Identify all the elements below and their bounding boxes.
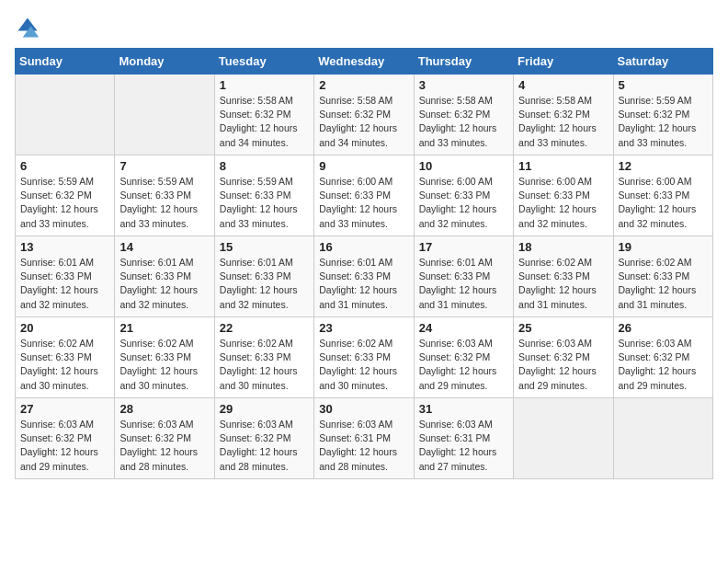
calendar-cell bbox=[514, 398, 613, 479]
calendar-cell: 4Sunrise: 5:58 AM Sunset: 6:32 PM Daylig… bbox=[514, 75, 613, 155]
day-info: Sunrise: 6:03 AM Sunset: 6:32 PM Dayligh… bbox=[619, 337, 708, 393]
calendar-cell: 9Sunrise: 6:00 AM Sunset: 6:33 PM Daylig… bbox=[314, 155, 414, 236]
day-info: Sunrise: 6:03 AM Sunset: 6:32 PM Dayligh… bbox=[220, 418, 309, 474]
day-number: 12 bbox=[619, 159, 708, 173]
day-number: 16 bbox=[319, 240, 408, 254]
calendar-cell: 15Sunrise: 6:01 AM Sunset: 6:33 PM Dayli… bbox=[214, 236, 313, 317]
day-info: Sunrise: 6:03 AM Sunset: 6:31 PM Dayligh… bbox=[419, 418, 508, 474]
calendar-cell: 3Sunrise: 5:58 AM Sunset: 6:32 PM Daylig… bbox=[414, 75, 513, 155]
day-info: Sunrise: 6:01 AM Sunset: 6:33 PM Dayligh… bbox=[20, 256, 109, 312]
day-number: 27 bbox=[20, 402, 109, 416]
weekday-header-wednesday: Wednesday bbox=[314, 49, 414, 75]
calendar-cell: 25Sunrise: 6:03 AM Sunset: 6:32 PM Dayli… bbox=[514, 317, 613, 398]
calendar-cell: 26Sunrise: 6:03 AM Sunset: 6:32 PM Dayli… bbox=[613, 317, 712, 398]
weekday-header-tuesday: Tuesday bbox=[214, 49, 313, 75]
calendar-cell: 24Sunrise: 6:03 AM Sunset: 6:32 PM Dayli… bbox=[414, 317, 513, 398]
calendar-cell: 12Sunrise: 6:00 AM Sunset: 6:33 PM Dayli… bbox=[613, 155, 712, 236]
day-info: Sunrise: 6:01 AM Sunset: 6:33 PM Dayligh… bbox=[419, 256, 508, 312]
day-number: 2 bbox=[319, 78, 408, 92]
day-number: 30 bbox=[319, 402, 408, 416]
day-number: 28 bbox=[119, 402, 209, 416]
weekday-header-friday: Friday bbox=[514, 49, 613, 75]
day-number: 9 bbox=[319, 159, 408, 173]
day-info: Sunrise: 5:59 AM Sunset: 6:32 PM Dayligh… bbox=[619, 94, 708, 150]
day-number: 10 bbox=[419, 159, 508, 173]
calendar-cell: 7Sunrise: 5:59 AM Sunset: 6:33 PM Daylig… bbox=[115, 155, 214, 236]
day-number: 14 bbox=[119, 240, 209, 254]
day-number: 29 bbox=[220, 402, 309, 416]
day-info: Sunrise: 6:01 AM Sunset: 6:33 PM Dayligh… bbox=[220, 256, 309, 312]
day-number: 19 bbox=[619, 240, 708, 254]
day-number: 5 bbox=[619, 78, 708, 92]
day-info: Sunrise: 6:02 AM Sunset: 6:33 PM Dayligh… bbox=[319, 337, 408, 393]
day-info: Sunrise: 6:01 AM Sunset: 6:33 PM Dayligh… bbox=[119, 256, 209, 312]
svg-marker-0 bbox=[18, 18, 38, 31]
day-number: 6 bbox=[20, 159, 109, 173]
day-number: 18 bbox=[518, 240, 608, 254]
day-number: 21 bbox=[119, 321, 209, 335]
day-info: Sunrise: 5:58 AM Sunset: 6:32 PM Dayligh… bbox=[319, 94, 408, 150]
calendar-cell: 30Sunrise: 6:03 AM Sunset: 6:31 PM Dayli… bbox=[314, 398, 414, 479]
calendar-cell: 13Sunrise: 6:01 AM Sunset: 6:33 PM Dayli… bbox=[16, 236, 115, 317]
day-info: Sunrise: 5:58 AM Sunset: 6:32 PM Dayligh… bbox=[518, 94, 608, 150]
calendar-cell: 6Sunrise: 5:59 AM Sunset: 6:32 PM Daylig… bbox=[16, 155, 115, 236]
calendar-cell: 1Sunrise: 5:58 AM Sunset: 6:32 PM Daylig… bbox=[214, 75, 313, 155]
calendar-cell: 8Sunrise: 5:59 AM Sunset: 6:33 PM Daylig… bbox=[214, 155, 313, 236]
weekday-header-monday: Monday bbox=[115, 49, 214, 75]
calendar-cell bbox=[16, 75, 115, 155]
day-info: Sunrise: 5:58 AM Sunset: 6:32 PM Dayligh… bbox=[419, 94, 508, 150]
weekday-header-sunday: Sunday bbox=[16, 49, 115, 75]
calendar-cell: 22Sunrise: 6:02 AM Sunset: 6:33 PM Dayli… bbox=[214, 317, 313, 398]
calendar-cell: 27Sunrise: 6:03 AM Sunset: 6:32 PM Dayli… bbox=[16, 398, 115, 479]
day-info: Sunrise: 6:00 AM Sunset: 6:33 PM Dayligh… bbox=[319, 175, 408, 231]
day-info: Sunrise: 6:03 AM Sunset: 6:32 PM Dayligh… bbox=[419, 337, 508, 393]
day-info: Sunrise: 6:03 AM Sunset: 6:32 PM Dayligh… bbox=[20, 418, 109, 474]
calendar-cell: 16Sunrise: 6:01 AM Sunset: 6:33 PM Dayli… bbox=[314, 236, 414, 317]
day-number: 26 bbox=[619, 321, 708, 335]
calendar-cell: 19Sunrise: 6:02 AM Sunset: 6:33 PM Dayli… bbox=[613, 236, 712, 317]
day-info: Sunrise: 6:02 AM Sunset: 6:33 PM Dayligh… bbox=[518, 256, 608, 312]
day-info: Sunrise: 6:03 AM Sunset: 6:31 PM Dayligh… bbox=[319, 418, 408, 474]
day-info: Sunrise: 6:03 AM Sunset: 6:32 PM Dayligh… bbox=[518, 337, 608, 393]
calendar-cell: 14Sunrise: 6:01 AM Sunset: 6:33 PM Dayli… bbox=[115, 236, 214, 317]
day-info: Sunrise: 6:00 AM Sunset: 6:33 PM Dayligh… bbox=[518, 175, 608, 231]
day-number: 24 bbox=[419, 321, 508, 335]
logo-icon bbox=[15, 15, 40, 40]
calendar-cell: 11Sunrise: 6:00 AM Sunset: 6:33 PM Dayli… bbox=[514, 155, 613, 236]
day-number: 11 bbox=[518, 159, 608, 173]
calendar-cell: 21Sunrise: 6:02 AM Sunset: 6:33 PM Dayli… bbox=[115, 317, 214, 398]
day-number: 20 bbox=[20, 321, 109, 335]
day-number: 13 bbox=[20, 240, 109, 254]
day-number: 4 bbox=[518, 78, 608, 92]
weekday-header-thursday: Thursday bbox=[414, 49, 513, 75]
calendar-cell bbox=[115, 75, 214, 155]
day-number: 1 bbox=[220, 78, 309, 92]
calendar-cell: 29Sunrise: 6:03 AM Sunset: 6:32 PM Dayli… bbox=[214, 398, 313, 479]
calendar-table: SundayMondayTuesdayWednesdayThursdayFrid… bbox=[15, 48, 713, 479]
calendar-cell: 2Sunrise: 5:58 AM Sunset: 6:32 PM Daylig… bbox=[314, 75, 414, 155]
day-info: Sunrise: 6:02 AM Sunset: 6:33 PM Dayligh… bbox=[619, 256, 708, 312]
day-number: 15 bbox=[220, 240, 309, 254]
day-info: Sunrise: 5:59 AM Sunset: 6:32 PM Dayligh… bbox=[20, 175, 109, 231]
calendar-cell: 23Sunrise: 6:02 AM Sunset: 6:33 PM Dayli… bbox=[314, 317, 414, 398]
calendar-cell: 31Sunrise: 6:03 AM Sunset: 6:31 PM Dayli… bbox=[414, 398, 513, 479]
day-info: Sunrise: 6:02 AM Sunset: 6:33 PM Dayligh… bbox=[119, 337, 209, 393]
calendar-cell: 28Sunrise: 6:03 AM Sunset: 6:32 PM Dayli… bbox=[115, 398, 214, 479]
calendar-cell: 18Sunrise: 6:02 AM Sunset: 6:33 PM Dayli… bbox=[514, 236, 613, 317]
day-number: 17 bbox=[419, 240, 508, 254]
day-number: 31 bbox=[419, 402, 508, 416]
calendar-cell bbox=[613, 398, 712, 479]
calendar-cell: 5Sunrise: 5:59 AM Sunset: 6:32 PM Daylig… bbox=[613, 75, 712, 155]
day-number: 25 bbox=[518, 321, 608, 335]
day-number: 22 bbox=[220, 321, 309, 335]
calendar-cell: 17Sunrise: 6:01 AM Sunset: 6:33 PM Dayli… bbox=[414, 236, 513, 317]
weekday-header-saturday: Saturday bbox=[613, 49, 712, 75]
day-number: 23 bbox=[319, 321, 408, 335]
day-info: Sunrise: 5:58 AM Sunset: 6:32 PM Dayligh… bbox=[220, 94, 309, 150]
day-info: Sunrise: 6:01 AM Sunset: 6:33 PM Dayligh… bbox=[319, 256, 408, 312]
day-info: Sunrise: 6:00 AM Sunset: 6:33 PM Dayligh… bbox=[619, 175, 708, 231]
day-info: Sunrise: 6:02 AM Sunset: 6:33 PM Dayligh… bbox=[220, 337, 309, 393]
day-number: 3 bbox=[419, 78, 508, 92]
day-number: 7 bbox=[119, 159, 209, 173]
logo bbox=[15, 15, 44, 40]
